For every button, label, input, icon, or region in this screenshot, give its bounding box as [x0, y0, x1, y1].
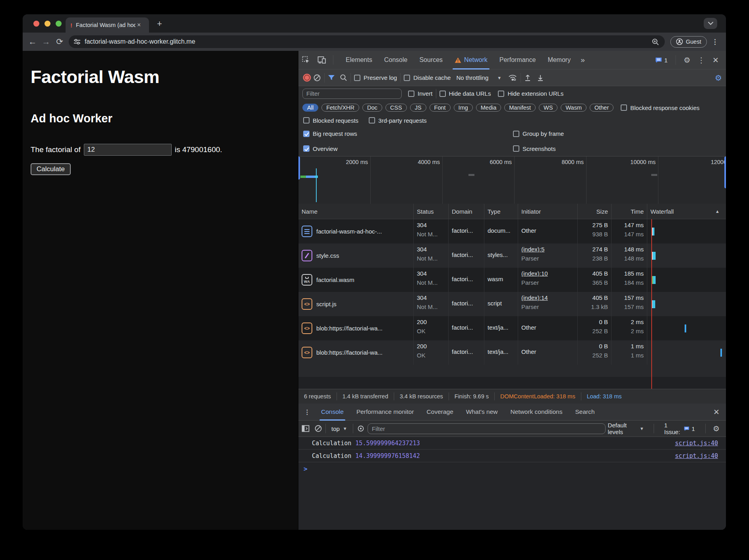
table-row[interactable]: WA factorial.wasm 304Not M... factori...… [298, 268, 726, 292]
tab-search-button[interactable] [704, 18, 717, 29]
filter-chip-css[interactable]: CSS [385, 104, 407, 112]
screenshots-checkbox[interactable]: Screenshots [513, 145, 555, 152]
record-network-log-button[interactable] [304, 75, 310, 81]
column-header-domain[interactable]: Domain [449, 204, 484, 219]
tab-network[interactable]: Network [449, 51, 494, 70]
column-header-initiator[interactable]: Initiator [518, 204, 578, 219]
column-header-status[interactable]: Status [414, 204, 449, 219]
browser-menu-icon[interactable]: ⋮ [712, 38, 718, 46]
zoom-icon[interactable] [652, 38, 659, 46]
drawer-tab-console[interactable]: Console [315, 404, 350, 421]
new-tab-button[interactable]: + [157, 20, 162, 28]
column-header-time[interactable]: Time [612, 204, 647, 219]
import-har-icon[interactable] [524, 74, 531, 81]
initiator-link[interactable]: (index):14 [521, 294, 574, 301]
timeline-right-handle[interactable] [724, 156, 726, 188]
clear-network-log-icon[interactable] [313, 74, 321, 82]
close-window-button[interactable] [33, 21, 39, 27]
column-header-type[interactable]: Type [484, 204, 518, 219]
console-filter-input[interactable] [368, 423, 606, 434]
table-row[interactable]: factorial-wasm-ad-hoc-... 304Not M... fa… [298, 219, 726, 243]
clear-console-icon[interactable] [314, 425, 322, 433]
filter-chip-js[interactable]: JS [410, 104, 426, 112]
column-header-size[interactable]: Size [578, 204, 612, 219]
device-toolbar-icon[interactable] [317, 56, 326, 64]
guest-profile-button[interactable]: Guest [670, 36, 707, 48]
search-icon[interactable] [340, 74, 347, 81]
inspect-element-icon[interactable] [302, 56, 310, 64]
devtools-close-icon[interactable]: ✕ [709, 56, 722, 65]
issues-button[interactable]: 1 [652, 57, 671, 64]
table-row[interactable]: <> blob:https://factorial-wa... 200OK fa… [298, 316, 726, 340]
factorial-input[interactable] [84, 144, 172, 156]
filter-chip-all[interactable]: All [302, 104, 318, 112]
third-party-requests-checkbox[interactable]: 3rd-party requests [369, 117, 427, 124]
tab-console[interactable]: Console [378, 51, 414, 70]
site-settings-icon[interactable] [74, 39, 81, 45]
preserve-log-checkbox[interactable]: Preserve log [354, 74, 397, 81]
filter-chip-wasm[interactable]: Wasm [561, 104, 586, 112]
filter-chip-doc[interactable]: Doc [362, 104, 382, 112]
drawer-menu-icon[interactable]: ⋮ [298, 408, 315, 416]
blocked-response-cookies-checkbox[interactable]: Blocked response cookies [621, 104, 699, 111]
table-row[interactable]: <> blob:https://factorial-wa... 200OK fa… [298, 340, 726, 365]
console-prompt[interactable]: > [298, 462, 726, 475]
tab-sources[interactable]: Sources [413, 51, 449, 70]
more-tabs-icon[interactable]: » [577, 56, 589, 64]
invert-checkbox[interactable]: Invert [408, 90, 433, 97]
filter-chip-img[interactable]: Img [454, 104, 473, 112]
network-overview-timeline[interactable]: 2000 ms 4000 ms 6000 ms 8000 ms 10000 ms… [298, 156, 726, 204]
initiator-link[interactable]: (index):10 [521, 270, 574, 277]
filter-icon[interactable] [328, 75, 335, 81]
network-conditions-icon[interactable] [508, 74, 517, 81]
drawer-tab-network-conditions[interactable]: Network conditions [504, 404, 569, 421]
console-sidebar-icon[interactable] [302, 425, 310, 432]
blocked-requests-checkbox[interactable]: Blocked requests [303, 117, 358, 124]
source-link[interactable]: script.js:40 [675, 452, 718, 460]
filter-chip-font[interactable]: Font [430, 104, 451, 112]
big-request-rows-checkbox[interactable]: Big request rows [303, 130, 357, 137]
column-header-name[interactable]: Name [298, 204, 414, 219]
filter-chip-manifest[interactable]: Manifest [504, 104, 536, 112]
initiator-link[interactable]: (index):5 [521, 246, 574, 253]
filter-chip-other[interactable]: Other [590, 104, 614, 112]
tab-elements[interactable]: Elements [340, 51, 378, 70]
drawer-tab-search[interactable]: Search [569, 404, 601, 421]
throttling-select[interactable]: No throttling ▼ [456, 74, 501, 81]
network-filter-input[interactable] [302, 89, 402, 99]
minimize-window-button[interactable] [45, 21, 50, 27]
timeline-left-handle[interactable] [298, 156, 300, 180]
drawer-close-icon[interactable]: ✕ [707, 407, 726, 417]
filter-chip-media[interactable]: Media [476, 104, 501, 112]
browser-tab[interactable]: ! Factorial Wasm (ad hoc Work × [66, 17, 149, 33]
hide-data-urls-checkbox[interactable]: Hide data URLs [439, 90, 491, 97]
drawer-tab-whats-new[interactable]: What's new [460, 404, 504, 421]
overview-checkbox[interactable]: Overview [303, 145, 338, 152]
network-settings-icon[interactable]: ⚙ [715, 73, 722, 83]
hide-extension-urls-checkbox[interactable]: Hide extension URLs [498, 90, 563, 97]
drawer-tab-performance-monitor[interactable]: Performance monitor [350, 404, 420, 421]
tab-performance[interactable]: Performance [494, 51, 542, 70]
source-link[interactable]: script.js:40 [675, 440, 718, 447]
filter-chip-ws[interactable]: WS [539, 104, 557, 112]
devtools-settings-icon[interactable]: ⚙ [681, 56, 693, 65]
back-button[interactable]: ← [26, 37, 39, 46]
filter-chip-fetchxhr[interactable]: Fetch/XHR [321, 104, 359, 112]
calculate-button[interactable]: Calculate [31, 163, 71, 175]
console-settings-icon[interactable]: ⚙ [713, 424, 720, 433]
group-by-frame-checkbox[interactable]: Group by frame [513, 130, 564, 137]
tab-close-icon[interactable]: × [137, 21, 141, 29]
drawer-tab-coverage[interactable]: Coverage [420, 404, 460, 421]
export-har-icon[interactable] [537, 74, 544, 81]
table-row[interactable]: style.css 304Not M... factori... styles.… [298, 243, 726, 268]
disable-cache-checkbox[interactable]: Disable cache [404, 74, 451, 81]
reload-button[interactable]: ⟳ [53, 37, 66, 46]
address-bar[interactable]: factorial-wasm-ad-hoc-worker.glitch.me [69, 35, 665, 48]
maximize-window-button[interactable] [56, 21, 62, 27]
column-header-waterfall[interactable]: Waterfall ▲ [647, 204, 726, 219]
table-row[interactable]: <> script.js 304Not M... factori... scri… [298, 292, 726, 316]
console-context-select[interactable]: top ▼ [329, 425, 350, 432]
devtools-menu-icon[interactable]: ⋮ [695, 56, 708, 65]
console-issues-button[interactable]: 1 Issue: 1 [661, 422, 698, 435]
tab-memory[interactable]: Memory [542, 51, 577, 70]
